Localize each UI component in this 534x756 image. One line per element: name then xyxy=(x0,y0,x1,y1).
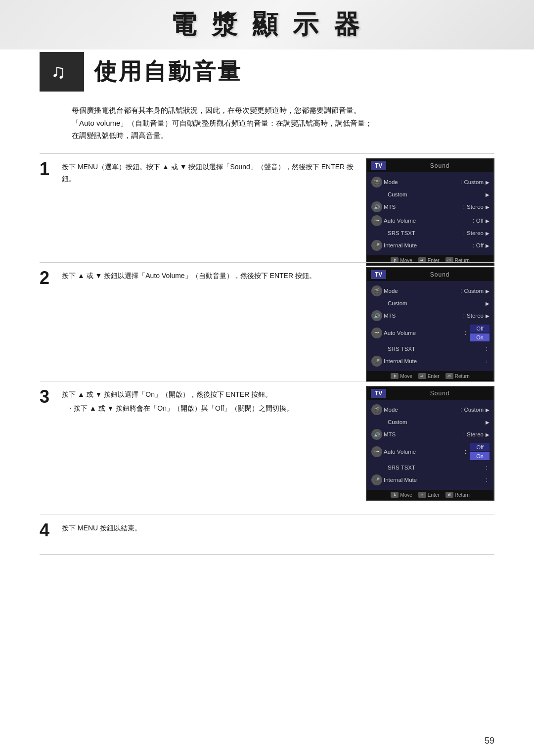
mts-icon-3: 🔊 xyxy=(371,429,382,440)
tv-row-mts: 🔊 MTS : Stereo ▶ xyxy=(367,200,493,214)
step-3-number: 3 xyxy=(40,386,54,415)
description-line2: 「Auto volume」（自動音量）可自動調整所觀看頻道的音量：在調變訊號高時… xyxy=(72,117,494,130)
tv-panel-3: TV Sound 🎬 Mode : Custom ▶ Custom ▶ 🔊 MT… xyxy=(366,386,494,501)
tv-panel-2-body: 🎬 Mode : Custom ▶ Custom ▶ 🔊 MTS : Stere… xyxy=(367,281,493,371)
step-2-left: 2 按下 ▲ 或 ▼ 按鈕以選擇「Auto Volume」（自動音量），然後按下… xyxy=(40,267,366,288)
tv-row-mts-2: 🔊 MTS : Stereo ▶ xyxy=(367,309,493,323)
step-4: 4 按下 MENU 按鈕以結束。 xyxy=(40,520,494,541)
tv-row-mts-3: 🔊 MTS : Stereo ▶ xyxy=(367,427,493,441)
tv-row-mode: 🎬 Mode : Custom ▶ xyxy=(367,175,493,189)
separator-2 xyxy=(40,262,494,263)
step-1-left: 1 按下 MENU（選單）按鈕。按下 ▲ 或 ▼ 按鈕以選擇「Sound」（聲音… xyxy=(40,158,366,185)
tv-label-2: TV xyxy=(371,270,386,279)
description-line1: 每個廣播電視台都有其本身的訊號狀況，因此，在每次變更頻道時，您都需要調節音量。 xyxy=(72,104,494,117)
header-title: 電 漿 顯 示 器 xyxy=(171,7,363,42)
tv-row-mode-3: 🎬 Mode : Custom ▶ xyxy=(367,403,493,417)
description-area: 每個廣播電視台都有其本身的訊號狀況，因此，在每次變更頻道時，您都需要調節音量。 … xyxy=(72,104,494,142)
tv-panel-2-footer: ⇕ Move ↵ Enter ⏎ Return xyxy=(367,371,493,381)
tv-row-mute-2: 🎤 Internal Mute : xyxy=(367,354,493,368)
mute-icon-3: 🎤 xyxy=(371,474,382,485)
tv-panel-1: TV Sound 🎬 Mode : Custom ▶ Custom ▶ 🔊 MT… xyxy=(366,158,494,266)
autovol-dropdown-off: Off xyxy=(470,325,490,332)
mute-icon: 🎤 xyxy=(371,240,382,251)
tv-panel-3-header: TV Sound xyxy=(367,387,493,400)
separator-5 xyxy=(40,554,494,555)
enter-icon-2: ↵ xyxy=(418,373,426,379)
tv-row-autovol-3: 〜 Auto Volume : Off On xyxy=(367,441,493,462)
autovol-dropdown-on: On xyxy=(470,333,490,341)
tv-panel-2: TV Sound 🎬 Mode : Custom ▶ Custom ▶ 🔊 MT… xyxy=(366,267,494,382)
section-title: 使用自動音量 xyxy=(94,56,242,87)
return-icon-2: ⏎ xyxy=(445,373,453,379)
tv-panel-1-header: TV Sound xyxy=(367,159,493,172)
autovol-dropdown-on-3: On xyxy=(470,452,490,460)
step-3-sub: ・按下 ▲ 或 ▼ 按鈕將會在「On」（開啟）與「Off」（關閉）之間切換。 xyxy=(62,403,366,415)
tv-panel-3-body: 🎬 Mode : Custom ▶ Custom ▶ 🔊 MTS : Stere… xyxy=(367,400,493,490)
step-2: 2 按下 ▲ 或 ▼ 按鈕以選擇「Auto Volume」（自動音量），然後按下… xyxy=(40,267,494,382)
svg-text:♫: ♫ xyxy=(51,60,66,82)
step-4-left: 4 按下 MENU 按鈕以結束。 xyxy=(40,520,494,541)
tv-panel-3-footer: ⇕ Move ↵ Enter ⏎ Return xyxy=(367,490,493,500)
section-title-area: ♫ 使用自動音量 xyxy=(40,52,242,92)
return-icon-3: ⏎ xyxy=(445,492,453,498)
mode-icon: 🎬 xyxy=(371,177,382,188)
step-2-text: 按下 ▲ 或 ▼ 按鈕以選擇「Auto Volume」（自動音量），然後按下 E… xyxy=(62,267,366,288)
tv-panel-2-header: TV Sound xyxy=(367,268,493,281)
tv-row-mode-2: 🎬 Mode : Custom ▶ xyxy=(367,284,493,298)
autovol-dropdown-off-3: Off xyxy=(470,443,490,451)
tv-row-mute: 🎤 Internal Mute : Off ▶ xyxy=(367,238,493,252)
enter-icon-3: ↵ xyxy=(418,492,426,498)
move-icon-3: ⇕ xyxy=(391,492,399,498)
step-1: 1 按下 MENU（選單）按鈕。按下 ▲ 或 ▼ 按鈕以選擇「Sound」（聲音… xyxy=(40,158,494,266)
step-2-number: 2 xyxy=(40,267,54,288)
move-icon-2: ⇕ xyxy=(391,373,399,379)
tv-panel-1-body: 🎬 Mode : Custom ▶ Custom ▶ 🔊 MTS : Stere… xyxy=(367,172,493,255)
separator-1 xyxy=(40,153,494,154)
tv-row-custom-3: Custom ▶ xyxy=(367,417,493,427)
page-number: 59 xyxy=(485,736,494,746)
tv-sound-title-3: Sound xyxy=(390,390,490,397)
mode-icon-3: 🎬 xyxy=(371,404,382,415)
tv-row-autovol: 〜 Auto Volume : Off ▶ xyxy=(367,214,493,228)
tv-row-custom-2: Custom ▶ xyxy=(367,298,493,309)
mts-icon-2: 🔊 xyxy=(371,310,382,321)
step-4-number: 4 xyxy=(40,520,54,541)
tv-sound-title-2: Sound xyxy=(390,271,490,278)
header: 電 漿 顯 示 器 xyxy=(0,0,534,49)
mts-icon: 🔊 xyxy=(371,201,382,212)
tv-row-srs: SRS TSXT : Stereo ▶ xyxy=(367,228,493,238)
tv-panel-1-footer: ⇕ Move ↵ Enter ⏎ Return xyxy=(367,255,493,265)
tv-label-3: TV xyxy=(371,389,386,398)
mode-icon-2: 🎬 xyxy=(371,285,382,296)
step-4-text: 按下 MENU 按鈕以結束。 xyxy=(62,520,494,541)
separator-3 xyxy=(40,381,494,381)
tv-sound-title-1: Sound xyxy=(390,162,490,169)
description-line3: 在調變訊號低時，調高音量。 xyxy=(72,129,494,142)
tv-row-mute-3: 🎤 Internal Mute : xyxy=(367,473,493,487)
section-icon: ♫ xyxy=(40,52,84,92)
autovol-icon: 〜 xyxy=(371,215,382,226)
step-1-number: 1 xyxy=(40,158,54,185)
tv-label-1: TV xyxy=(371,161,386,170)
mute-icon-2: 🎤 xyxy=(371,356,382,367)
step-1-text: 按下 MENU（選單）按鈕。按下 ▲ 或 ▼ 按鈕以選擇「Sound」（聲音），… xyxy=(62,158,366,185)
tv-row-custom: Custom ▶ xyxy=(367,189,493,200)
step-3: 3 按下 ▲ 或 ▼ 按鈕以選擇「On」（開啟），然後按下 ENTER 按鈕。 … xyxy=(40,386,494,501)
autovol-icon-2: 〜 xyxy=(371,328,382,338)
autovol-icon-3: 〜 xyxy=(371,446,382,457)
separator-4 xyxy=(40,515,494,515)
tv-row-autovol-2: 〜 Auto Volume : Off On xyxy=(367,323,493,343)
step-3-text: 按下 ▲ 或 ▼ 按鈕以選擇「On」（開啟），然後按下 ENTER 按鈕。 ・按… xyxy=(62,386,366,415)
tv-row-srs-2: SRS TSXT : xyxy=(367,343,493,354)
tv-row-srs-3: SRS TSXT : xyxy=(367,462,493,473)
step-3-left: 3 按下 ▲ 或 ▼ 按鈕以選擇「On」（開啟），然後按下 ENTER 按鈕。 … xyxy=(40,386,366,415)
